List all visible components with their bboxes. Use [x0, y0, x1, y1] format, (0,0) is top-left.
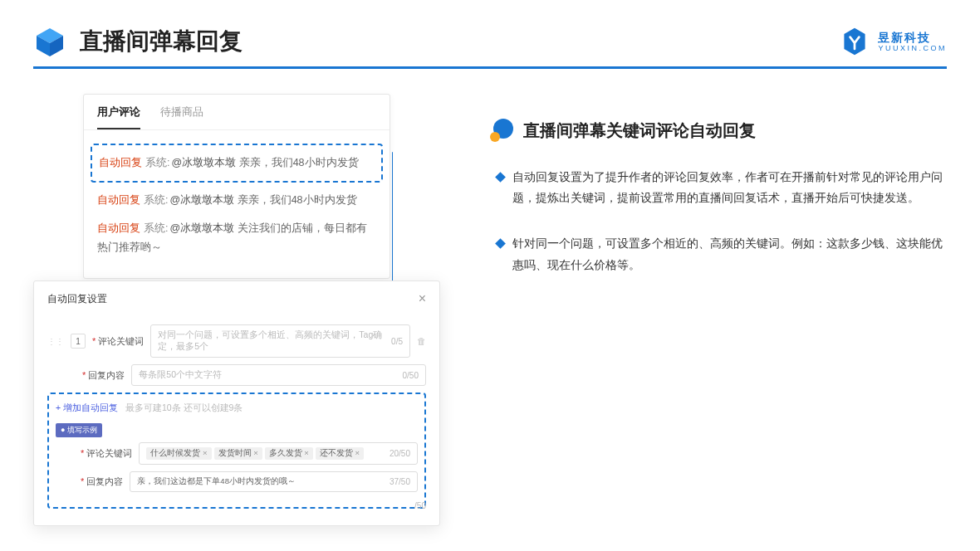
- comment-item: 自动回复系统:@冰墩墩本墩 关注我们的店铺，每日都有热门推荐哟～: [97, 214, 376, 261]
- comment-item: 自动回复系统:@冰墩墩本墩 亲亲，我们48小时内发货: [97, 186, 376, 215]
- keyword-label: 评论关键词: [92, 335, 144, 348]
- add-auto-reply-link[interactable]: + 增加自动回复: [56, 402, 118, 412]
- close-icon[interactable]: ×: [419, 291, 426, 306]
- keyword-input[interactable]: 对同一个问题，可设置多个相近、高频的关键词，Tag确定，最多5个 0/5: [150, 324, 410, 358]
- bubble-icon: [490, 119, 513, 142]
- settings-title: 自动回复设置: [47, 292, 107, 306]
- add-hint: 最多可建10条 还可以创建9条: [125, 402, 243, 412]
- reply-label: 回复内容: [82, 369, 125, 382]
- bullet-item: 自动回复设置为了提升作者的评论回复效率，作者可在开播前针对常见的评论用户问题，提…: [497, 167, 947, 208]
- tab-user-comments[interactable]: 用户评论: [97, 105, 140, 129]
- diamond-icon: [495, 172, 506, 183]
- diamond-icon: [495, 239, 506, 250]
- brand-name-en: YUUXIN.COM: [878, 45, 947, 52]
- brand-logo-block: 昱新科技 YUUXIN.COM: [840, 27, 947, 56]
- bullet-item: 针对同一个问题，可设置多个相近的、高频的关键词。例如：这款多少钱、这块能优惠吗、…: [497, 233, 947, 275]
- ex-keyword-label: 评论关键词: [81, 447, 132, 460]
- order-number: 1: [71, 334, 86, 349]
- comment-item-highlighted: 自动回复系统:@冰墩墩本墩 亲亲，我们48小时内发货: [91, 144, 383, 183]
- tab-pending-products[interactable]: 待播商品: [160, 105, 203, 129]
- page-title: 直播间弹幕回复: [80, 26, 243, 57]
- brand-name-cn: 昱新科技: [878, 32, 947, 43]
- cube-icon: [33, 25, 66, 58]
- section-title: 直播间弹幕关键词评论自动回复: [523, 119, 756, 142]
- drag-handle-icon[interactable]: ⋮⋮: [47, 337, 64, 346]
- auto-reply-tag: 自动回复: [99, 157, 142, 168]
- ex-reply-label: 回复内容: [81, 475, 123, 488]
- auto-reply-settings-modal: 自动回复设置 × ⋮⋮ 1 评论关键词 对同一个问题，可设置多个相近、高频的关键…: [33, 280, 440, 526]
- example-badge: ● 填写示例: [56, 423, 102, 437]
- example-block: + 增加自动回复 最多可建10条 还可以创建9条 ● 填写示例 评论关键词 什么…: [47, 393, 426, 509]
- brand-logo-icon: [840, 27, 870, 56]
- reply-input[interactable]: 每条限50个中文字符 0/50: [131, 364, 426, 386]
- delete-icon[interactable]: 🗑: [417, 336, 426, 346]
- ex-reply-text: 亲，我们这边都是下单48小时内发货的哦～ 37/50: [130, 471, 418, 492]
- comments-panel: 用户评论 待播商品 自动回复系统:@冰墩墩本墩 亲亲，我们48小时内发货 自动回…: [83, 94, 390, 279]
- ex-keyword-tags: 什么时候发货发货时间多久发货还不发货 20/50: [139, 442, 418, 465]
- extra-counter: /50: [414, 501, 426, 510]
